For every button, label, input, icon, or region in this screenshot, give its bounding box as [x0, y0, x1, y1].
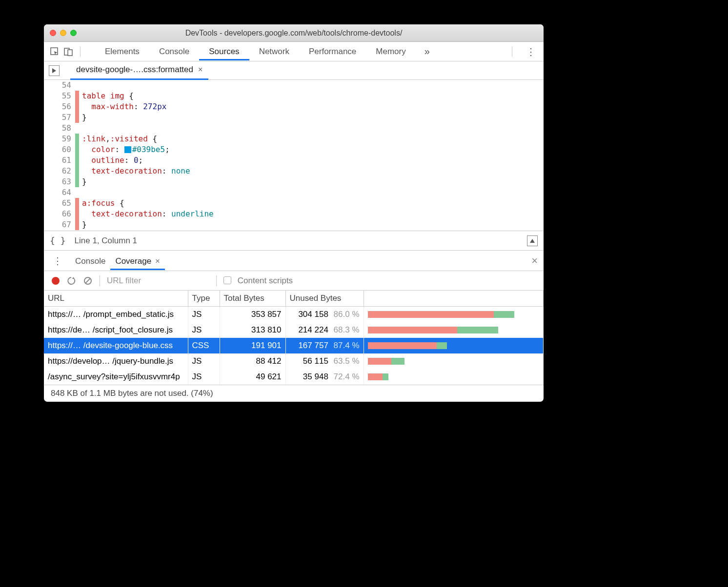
devtools-window: DevTools - developers.google.com/web/too… — [44, 24, 544, 402]
coverage-toolbar: URL filter Content scripts — [44, 271, 544, 291]
run-snippet-icon[interactable] — [49, 65, 60, 76]
header-unused[interactable]: Unused Bytes — [285, 291, 364, 307]
tab-memory[interactable]: Memory — [366, 42, 415, 60]
cursor-position: Line 1, Column 1 — [75, 236, 138, 246]
tab-elements[interactable]: Elements — [95, 42, 149, 60]
drawer-tab-console[interactable]: Console — [70, 252, 110, 270]
pretty-print-icon[interactable]: { } — [50, 235, 66, 246]
clear-icon[interactable] — [83, 276, 93, 286]
tab-console[interactable]: Console — [149, 42, 199, 60]
svg-rect-2 — [68, 50, 72, 56]
content-scripts-label: Content scripts — [238, 276, 293, 285]
window-title: DevTools - developers.google.com/web/too… — [44, 29, 544, 38]
close-drawer-tab-icon[interactable]: × — [155, 256, 160, 266]
url-filter-input[interactable]: URL filter — [107, 276, 209, 286]
record-icon[interactable] — [52, 277, 60, 285]
drawer-tabstrip: ⋮ ConsoleCoverage× × — [44, 251, 544, 271]
kebab-menu-icon[interactable]: ⋮ — [523, 46, 539, 58]
header-total[interactable]: Total Bytes — [220, 291, 285, 307]
editor-statusbar: { } Line 1, Column 1 — [44, 231, 544, 251]
titlebar: DevTools - developers.google.com/web/too… — [44, 24, 544, 42]
separator — [80, 46, 81, 57]
coverage-row[interactable]: /async_survey?site=ylj5ifxusvvmr4pJS49 6… — [44, 369, 544, 385]
coverage-row[interactable]: https://… /prompt_embed_static.jsJS353 8… — [44, 307, 544, 323]
header-bar — [364, 291, 544, 307]
svg-line-4 — [85, 278, 90, 283]
inspect-icon[interactable] — [49, 46, 61, 58]
file-tabbar: devsite-google-….css:formatted × — [44, 61, 544, 80]
separator — [100, 275, 100, 286]
tab-sources[interactable]: Sources — [199, 42, 249, 60]
header-url[interactable]: URL — [44, 291, 188, 307]
coverage-row[interactable]: https://de… /script_foot_closure.jsJS313… — [44, 322, 544, 338]
close-tab-icon[interactable]: × — [198, 65, 202, 74]
drawer-kebab-icon[interactable]: ⋮ — [50, 255, 65, 267]
content-scripts-checkbox[interactable]: Content scripts — [223, 276, 293, 286]
coverage-summary: 848 KB of 1.1 MB bytes are not used. (74… — [44, 385, 544, 402]
coverage-row[interactable]: https://develop… /jquery-bundle.jsJS88 4… — [44, 353, 544, 369]
checkbox-icon[interactable] — [223, 276, 231, 284]
table-header-row: URL Type Total Bytes Unused Bytes — [44, 291, 544, 307]
coverage-table: URL Type Total Bytes Unused Bytes https:… — [44, 291, 544, 385]
separator — [512, 46, 512, 57]
drawer-close-icon[interactable]: × — [531, 254, 538, 267]
code-editor[interactable]: 545556575859606162636465666768 table img… — [44, 80, 544, 231]
device-toggle-icon[interactable] — [62, 46, 74, 58]
header-type[interactable]: Type — [188, 291, 220, 307]
main-tabstrip: ElementsConsoleSourcesNetworkPerformance… — [44, 42, 544, 61]
collapse-icon[interactable] — [527, 235, 538, 246]
tab-performance[interactable]: Performance — [299, 42, 366, 60]
coverage-row[interactable]: https://… /devsite-google-blue.cssCSS191… — [44, 338, 544, 353]
tab-network[interactable]: Network — [249, 42, 299, 60]
separator — [216, 275, 217, 286]
reload-icon[interactable] — [66, 276, 76, 286]
file-tab[interactable]: devsite-google-….css:formatted × — [70, 61, 208, 80]
overflow-icon[interactable]: » — [425, 46, 430, 57]
drawer-tab-coverage[interactable]: Coverage× — [110, 252, 165, 270]
file-tab-label: devsite-google-….css:formatted — [76, 65, 193, 75]
